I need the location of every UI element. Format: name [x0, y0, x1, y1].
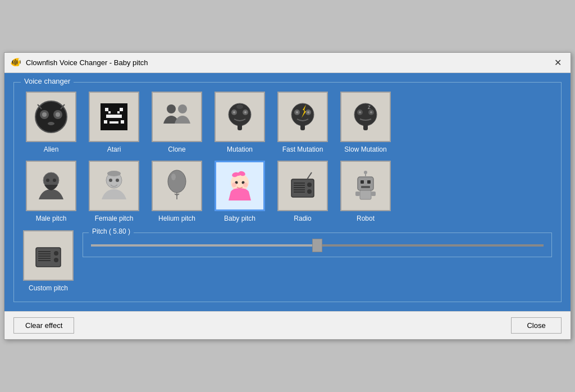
svg-point-39: [370, 111, 372, 113]
voice-changer-group: Voice changer: [13, 82, 562, 303]
svg-rect-15: [116, 118, 120, 120]
voice-label-custom-pitch: Custom pitch: [29, 284, 68, 293]
voice-icon-male-pitch: [26, 161, 76, 211]
voice-label-clone: Clone: [168, 145, 185, 154]
voice-label-fast-mutation: Fast Mutation: [282, 145, 323, 154]
fast-mutation-icon: [285, 99, 321, 135]
svg-rect-69: [360, 180, 364, 184]
voice-label-robot: Robot: [357, 215, 375, 224]
svg-point-46: [109, 179, 112, 182]
voice-icon-fast-mutation: [277, 92, 328, 142]
svg-line-67: [307, 172, 312, 179]
custom-pitch-item[interactable]: Custom pitch: [23, 230, 74, 293]
svg-rect-62: [294, 187, 305, 188]
svg-point-28: [291, 103, 314, 126]
voice-item-atari[interactable]: Atari: [86, 92, 142, 154]
voice-icon-baby-pitch: [215, 161, 265, 211]
svg-point-58: [243, 183, 248, 187]
svg-rect-17: [121, 120, 124, 124]
voice-label-alien: Alien: [44, 145, 59, 154]
window-content: Voice changer: [4, 73, 571, 312]
clear-effect-button[interactable]: Clear effect: [13, 317, 74, 334]
voice-icon-atari: [89, 92, 139, 142]
svg-point-50: [171, 174, 176, 180]
voice-icon-clone: [152, 92, 202, 142]
svg-point-44: [53, 179, 56, 182]
group-label: Voice changer: [21, 77, 74, 85]
window-close-button[interactable]: ✕: [550, 55, 565, 70]
clone-icon: [159, 99, 195, 135]
svg-rect-27: [238, 124, 242, 130]
atari-icon: [96, 99, 132, 135]
svg-rect-80: [38, 256, 51, 257]
voice-label-slow-mutation: Slow Mutation: [344, 145, 386, 154]
radio-icon: [285, 168, 321, 204]
voice-item-female-pitch[interactable]: Female pitch: [86, 161, 142, 224]
pitch-slider-container: Pitch ( 5.80 ): [83, 233, 552, 257]
custom-pitch-row: Custom pitch Pitch ( 5.80 ): [23, 230, 552, 293]
voice-icon-mutation: [215, 92, 265, 142]
svg-rect-82: [38, 260, 51, 261]
svg-rect-61: [294, 185, 305, 186]
svg-point-0: [35, 101, 67, 133]
svg-point-26: [236, 104, 243, 109]
voice-item-helium-pitch[interactable]: Helium pitch: [149, 161, 205, 224]
svg-point-32: [307, 111, 309, 113]
svg-rect-33: [300, 124, 305, 130]
voice-item-baby-pitch[interactable]: Baby pitch: [212, 161, 268, 224]
svg-point-57: [232, 183, 236, 187]
svg-rect-13: [106, 115, 122, 118]
svg-point-43: [46, 179, 49, 182]
svg-rect-64: [294, 192, 305, 193]
svg-point-31: [296, 111, 298, 113]
male-pitch-icon: [33, 168, 69, 204]
voice-item-radio[interactable]: Radio: [275, 161, 331, 224]
svg-rect-14: [108, 118, 112, 120]
svg-point-35: [354, 103, 377, 126]
svg-rect-74: [360, 190, 371, 199]
custom-pitch-icon: [30, 238, 66, 274]
voice-item-alien[interactable]: Alien: [23, 92, 79, 154]
voice-icon-slow-mutation: z: [340, 92, 391, 142]
voice-icon-helium-pitch: [152, 161, 202, 211]
svg-point-47: [116, 179, 119, 182]
voice-label-radio: Radio: [294, 215, 311, 224]
baby-pitch-icon: [222, 168, 258, 204]
bottom-bar: Clear effect Close: [4, 311, 571, 339]
mutation-icon: [222, 99, 258, 135]
svg-rect-71: [361, 186, 370, 188]
main-window: 🐠 Clownfish Voice Changer - Baby pitch ✕…: [4, 52, 571, 340]
svg-point-38: [359, 111, 361, 113]
voice-item-male-pitch[interactable]: Male pitch: [23, 161, 79, 224]
voice-item-robot[interactable]: Robot: [337, 161, 394, 224]
voice-row-1: Alien: [23, 92, 552, 154]
svg-point-5: [48, 122, 54, 125]
voice-row-2: Male pitch: [23, 161, 552, 224]
svg-point-73: [364, 171, 367, 174]
voice-label-mutation: Mutation: [227, 145, 253, 154]
helium-pitch-icon: [159, 168, 195, 204]
voice-item-fast-mutation[interactable]: Fast Mutation: [275, 92, 331, 154]
voice-label-male-pitch: Male pitch: [36, 215, 67, 224]
svg-rect-76: [371, 192, 376, 196]
svg-rect-10: [120, 108, 123, 111]
svg-point-54: [237, 172, 240, 176]
voice-item-slow-mutation[interactable]: z Slow Mutation: [337, 92, 394, 154]
svg-point-19: [167, 104, 176, 113]
svg-point-20: [178, 104, 187, 113]
voice-item-clone[interactable]: Clone: [149, 92, 205, 154]
svg-rect-75: [355, 192, 360, 196]
alien-icon: [33, 99, 69, 135]
svg-rect-11: [108, 111, 111, 113]
svg-rect-81: [38, 258, 51, 259]
female-pitch-icon: [96, 168, 132, 204]
robot-icon: [348, 168, 384, 204]
voice-item-mutation[interactable]: Mutation: [212, 92, 268, 154]
close-button[interactable]: Close: [511, 317, 562, 334]
svg-point-24: [233, 111, 235, 113]
svg-text:z: z: [368, 104, 371, 110]
svg-point-65: [307, 183, 312, 187]
voice-icon-robot: [340, 161, 391, 211]
svg-rect-9: [105, 108, 108, 111]
pitch-slider[interactable]: [91, 244, 544, 247]
